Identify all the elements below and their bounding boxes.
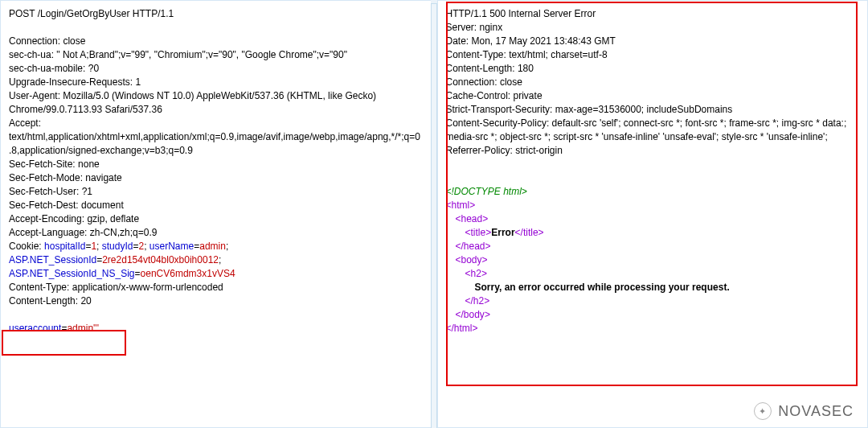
cookie-val-sessionid-sig: oenCV6mdm3x1vVS4 — [141, 268, 235, 279]
cookie-val-hospitalid: 1 — [91, 241, 96, 252]
watermark-brand: NOVASEC — [778, 403, 854, 420]
header-accept-language: Accept-Language: zh-CN,zh;q=0.9 — [9, 226, 423, 240]
cookie-key-username: userName — [149, 241, 194, 252]
header-cookie-1: Cookie: hospitalId=1; studyId=2; userNam… — [9, 240, 423, 253]
header-user-agent-1: User-Agent: Mozilla/5.0 (Windows NT 10.0… — [9, 89, 423, 103]
header-accept-1: Accept: — [9, 117, 423, 130]
header-content-length: Content-Length: 20 — [9, 294, 423, 308]
request-pane[interactable]: POST /Login/GetOrgByUser HTTP/1.1 Connec… — [0, 0, 431, 428]
header-content-type: Content-Type: application/x-www-form-url… — [9, 281, 423, 294]
header-sec-fetch-dest: Sec-Fetch-Dest: document — [9, 199, 423, 212]
cookie-key-sessionid: ASP.NET_SessionId — [9, 254, 96, 265]
header-accept-encoding: Accept-Encoding: gzip, deflate — [9, 212, 423, 226]
cookie-key-studyid: studyId — [102, 241, 133, 252]
header-sec-fetch-site: Sec-Fetch-Site: none — [9, 158, 423, 171]
cookie-prefix: Cookie: — [9, 241, 44, 252]
cookie-key-sessionid-sig: ASP.NET_SessionId_NS_Sig — [9, 268, 135, 279]
cookie-val-studyid: 2 — [139, 241, 145, 252]
header-sec-ch-ua: sec-ch-ua: " Not A;Brand";v="99", "Chrom… — [9, 48, 423, 62]
wechat-icon: ✦ — [754, 402, 772, 420]
header-connection: Connection: close — [9, 35, 423, 48]
header-sec-fetch-user: Sec-Fetch-User: ?1 — [9, 185, 423, 199]
header-sec-ch-ua-mobile: sec-ch-ua-mobile: ?0 — [9, 62, 423, 76]
header-user-agent-2: Chrome/99.0.7113.93 Safari/537.36 — [9, 103, 423, 117]
header-cookie-2: ASP.NET_SessionId=2re2d154vt04bl0xb0ih00… — [9, 253, 423, 267]
header-upgrade-insecure: Upgrade-Insecure-Requests: 1 — [9, 76, 423, 89]
header-sec-fetch-mode: Sec-Fetch-Mode: navigate — [9, 171, 423, 185]
watermark: ✦ NOVASEC — [754, 402, 854, 420]
pane-divider[interactable] — [431, 0, 437, 428]
header-accept-2: text/html,application/xhtml+xml,applicat… — [9, 130, 423, 144]
cookie-val-sessionid: 2re2d154vt04bl0xb0ih0012 — [102, 254, 219, 265]
cookie-val-username: admin — [199, 241, 226, 252]
request-line: POST /Login/GetOrgByUser HTTP/1.1 — [9, 7, 423, 21]
highlight-request-body — [2, 330, 126, 356]
header-cookie-3: ASP.NET_SessionId_NS_Sig=oenCV6mdm3x1vVS… — [9, 267, 423, 281]
header-accept-3: .8,application/signed-exchange;v=b3;q=0.… — [9, 144, 423, 158]
cookie-key-hospitalid: hospitalId — [44, 241, 85, 252]
highlight-response-pane — [446, 2, 858, 386]
